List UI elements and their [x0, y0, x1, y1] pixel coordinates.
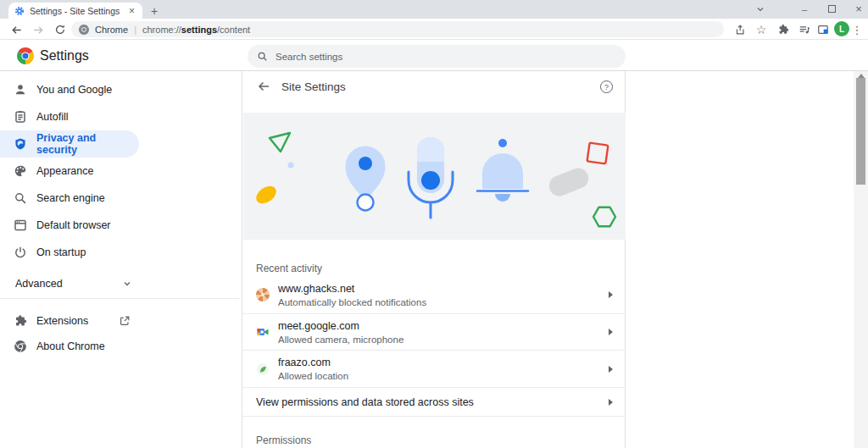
scrollbar-thumb[interactable] — [856, 78, 865, 185]
chevron-down-icon — [122, 279, 132, 289]
site-row-fraazo[interactable]: fraazo.com Allowed location — [242, 351, 625, 388]
puzzle-icon — [14, 314, 27, 328]
site-row-ghacks[interactable]: www.ghacks.net Automatically blocked not… — [242, 276, 625, 314]
settings-gear-favicon-icon — [14, 6, 25, 16]
chevron-right-icon — [609, 291, 613, 298]
shield-icon — [14, 137, 27, 151]
url-host: settings — [181, 25, 217, 35]
chrome-logo-gray-icon — [79, 25, 89, 35]
site-name: meet.google.com — [278, 320, 403, 332]
site-permission-status: Allowed camera, microphone — [278, 335, 403, 345]
site-settings-banner-illustration — [243, 113, 626, 240]
sidebar-item-extensions[interactable]: Extensions — [0, 307, 139, 335]
window-close-button[interactable]: × — [848, 0, 868, 18]
sidebar-item-about-chrome[interactable]: About Chrome — [0, 333, 139, 360]
tab-search-chevron-icon[interactable] — [749, 0, 771, 18]
browser-window-icon — [14, 218, 27, 232]
sidebar-item-search-engine[interactable]: Search engine — [0, 185, 139, 212]
url-app-label: Chrome — [95, 25, 128, 35]
extensions-puzzle-icon[interactable] — [776, 22, 791, 37]
window-minimize-button[interactable]: – — [793, 0, 815, 18]
recent-activity-label: Recent activity — [256, 263, 322, 274]
new-tab-button[interactable]: + — [146, 3, 163, 19]
settings-search-box[interactable] — [248, 45, 626, 68]
chrome-outline-icon — [14, 340, 27, 353]
url-scheme: chrome:// — [142, 25, 181, 35]
site-row-meet[interactable]: meet.google.com Allowed camera, micropho… — [242, 314, 625, 351]
triangle-shape — [270, 133, 290, 152]
chrome-logo-icon — [17, 47, 34, 64]
address-bar[interactable]: Chrome | chrome://settings/content — [71, 21, 724, 37]
maximize-icon — [828, 5, 836, 13]
person-icon — [14, 83, 27, 97]
view-permissions-label: View permissions and data stored across … — [256, 396, 474, 408]
external-link-icon — [119, 315, 131, 327]
bookmark-star-icon[interactable]: ☆ — [754, 22, 769, 37]
chevron-right-icon — [609, 329, 613, 335]
window-maximize-button[interactable] — [821, 0, 843, 18]
site-permission-status: Allowed location — [278, 371, 348, 381]
settings-search-input[interactable] — [275, 52, 626, 62]
sidebar-divider — [0, 298, 239, 299]
page-title: Site Settings — [281, 80, 346, 93]
browser-window: Settings - Site Settings × + – × — [0, 0, 868, 448]
side-panel-icon[interactable] — [815, 22, 831, 37]
sidebar-item-autofill[interactable]: Autofill — [0, 103, 139, 130]
power-icon — [14, 246, 27, 259]
search-icon — [257, 51, 268, 62]
browser-tab[interactable]: Settings - Site Settings × — [8, 3, 142, 19]
url-separator: | — [134, 25, 136, 35]
clipboard-icon — [14, 110, 27, 124]
chevron-right-icon — [609, 366, 613, 373]
sidebar-advanced-toggle[interactable]: Advanced — [15, 270, 154, 297]
tab-strip: Settings - Site Settings × + – × — [0, 0, 868, 19]
sidebar-item-on-startup[interactable]: On startup — [0, 239, 139, 266]
subpage-header: Site Settings ? — [242, 71, 625, 102]
settings-content: Site Settings ? — [242, 71, 626, 448]
magnifier-icon — [14, 191, 27, 205]
media-playlist-icon[interactable] — [797, 22, 812, 37]
chevron-right-icon — [609, 399, 613, 406]
tab-close-icon[interactable]: × — [127, 6, 136, 16]
reload-icon[interactable] — [53, 22, 68, 37]
back-icon[interactable] — [8, 22, 24, 37]
google-meet-favicon — [256, 325, 270, 339]
view-permissions-row[interactable]: View permissions and data stored across … — [242, 388, 625, 417]
tab-title: Settings - Site Settings — [30, 6, 127, 16]
profile-avatar[interactable]: L — [834, 21, 849, 36]
sidebar-item-privacy-and-security[interactable]: Privacy and security — [0, 130, 139, 158]
browser-menu-dots-icon[interactable]: ⋮ — [851, 22, 863, 37]
sidebar-item-you-and-google[interactable]: You and Google — [0, 76, 139, 103]
site-permission-status: Automatically blocked notifications — [278, 297, 426, 307]
sidebar-item-default-browser[interactable]: Default browser — [0, 212, 139, 239]
palette-icon — [14, 164, 27, 178]
settings-app-title: Settings — [40, 40, 89, 71]
permissions-section-label: Permissions — [256, 434, 311, 446]
site-name: www.ghacks.net — [278, 283, 426, 295]
url-path: /content — [217, 25, 250, 35]
sidebar-item-appearance[interactable]: Appearance — [0, 158, 139, 185]
fraazo-favicon — [256, 362, 270, 376]
back-arrow-icon[interactable] — [257, 80, 270, 93]
ghacks-favicon — [256, 288, 270, 301]
help-icon[interactable]: ? — [600, 80, 613, 93]
site-name: fraazo.com — [278, 357, 348, 368]
forward-icon[interactable] — [31, 22, 46, 37]
share-icon[interactable] — [732, 22, 748, 37]
